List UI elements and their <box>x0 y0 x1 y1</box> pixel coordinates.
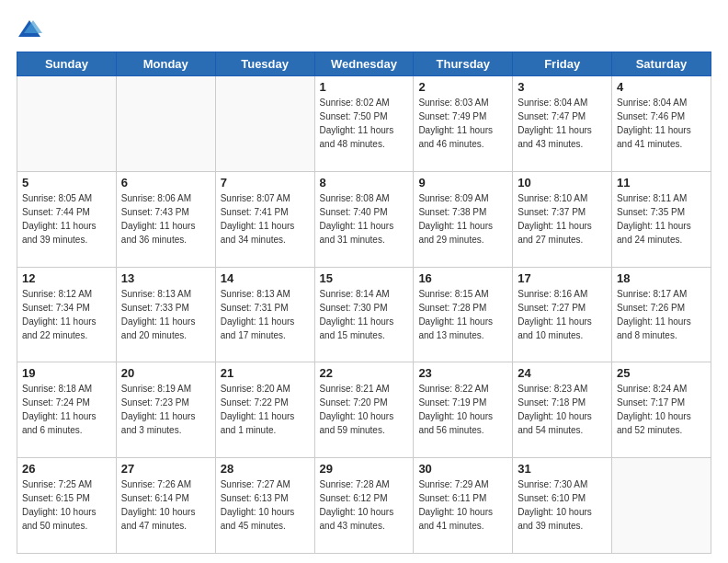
calendar-cell: 11Sunrise: 8:11 AMSunset: 7:35 PMDayligh… <box>612 171 711 267</box>
calendar-cell: 3Sunrise: 8:04 AMSunset: 7:47 PMDaylight… <box>513 76 612 172</box>
calendar-cell <box>215 76 314 172</box>
day-info: Sunrise: 8:20 AMSunset: 7:22 PMDaylight:… <box>221 382 310 437</box>
day-info: Sunrise: 8:05 AMSunset: 7:44 PMDaylight:… <box>22 191 111 247</box>
calendar-week-row: 19Sunrise: 8:18 AMSunset: 7:24 PMDayligh… <box>17 362 711 458</box>
day-number: 19 <box>22 366 111 380</box>
day-number: 24 <box>518 366 607 380</box>
day-info: Sunrise: 8:08 AMSunset: 7:40 PMDaylight:… <box>320 191 409 247</box>
calendar-cell: 31Sunrise: 7:30 AMSunset: 6:10 PMDayligh… <box>513 458 612 554</box>
calendar-cell: 7Sunrise: 8:07 AMSunset: 7:41 PMDaylight… <box>215 171 314 267</box>
calendar-week-row: 12Sunrise: 8:12 AMSunset: 7:34 PMDayligh… <box>17 267 711 362</box>
calendar-cell: 16Sunrise: 8:15 AMSunset: 7:28 PMDayligh… <box>414 267 513 362</box>
calendar-cell: 4Sunrise: 8:04 AMSunset: 7:46 PMDaylight… <box>612 76 711 172</box>
day-info: Sunrise: 8:18 AMSunset: 7:24 PMDaylight:… <box>22 382 111 437</box>
day-info: Sunrise: 8:13 AMSunset: 7:33 PMDaylight:… <box>121 287 210 342</box>
day-info: Sunrise: 8:13 AMSunset: 7:31 PMDaylight:… <box>221 287 310 342</box>
day-number: 6 <box>121 176 210 190</box>
day-number: 23 <box>418 366 507 380</box>
day-number: 18 <box>617 271 706 285</box>
calendar-day-header: Thursday <box>414 52 513 76</box>
calendar-day-header: Friday <box>513 52 612 76</box>
day-number: 16 <box>418 271 507 285</box>
day-number: 13 <box>121 271 210 285</box>
calendar-cell: 12Sunrise: 8:12 AMSunset: 7:34 PMDayligh… <box>17 267 117 362</box>
calendar-cell: 9Sunrise: 8:09 AMSunset: 7:38 PMDaylight… <box>414 171 513 267</box>
day-info: Sunrise: 7:29 AMSunset: 6:11 PMDaylight:… <box>418 477 507 533</box>
calendar-table: SundayMondayTuesdayWednesdayThursdayFrid… <box>17 52 711 554</box>
day-info: Sunrise: 8:24 AMSunset: 7:17 PMDaylight:… <box>617 382 706 437</box>
day-info: Sunrise: 8:03 AMSunset: 7:49 PMDaylight:… <box>418 96 507 151</box>
calendar-cell: 30Sunrise: 7:29 AMSunset: 6:11 PMDayligh… <box>414 458 513 554</box>
day-number: 2 <box>418 80 507 94</box>
day-number: 1 <box>320 80 409 94</box>
day-number: 14 <box>221 271 310 285</box>
calendar-day-header: Saturday <box>612 52 711 76</box>
day-number: 31 <box>518 462 607 476</box>
calendar-week-row: 26Sunrise: 7:25 AMSunset: 6:15 PMDayligh… <box>17 458 711 554</box>
day-info: Sunrise: 8:12 AMSunset: 7:34 PMDaylight:… <box>22 287 111 342</box>
day-info: Sunrise: 8:07 AMSunset: 7:41 PMDaylight:… <box>221 191 310 247</box>
logo-icon <box>17 17 42 42</box>
calendar-page: SundayMondayTuesdayWednesdayThursdayFrid… <box>0 0 728 563</box>
calendar-cell: 20Sunrise: 8:19 AMSunset: 7:23 PMDayligh… <box>116 362 215 458</box>
day-info: Sunrise: 8:15 AMSunset: 7:28 PMDaylight:… <box>418 287 507 342</box>
calendar-cell: 22Sunrise: 8:21 AMSunset: 7:20 PMDayligh… <box>314 362 414 458</box>
day-number: 29 <box>320 462 409 476</box>
day-info: Sunrise: 8:22 AMSunset: 7:19 PMDaylight:… <box>418 382 507 437</box>
day-info: Sunrise: 7:30 AMSunset: 6:10 PMDaylight:… <box>518 477 607 533</box>
day-info: Sunrise: 8:02 AMSunset: 7:50 PMDaylight:… <box>320 96 409 151</box>
header <box>17 17 711 42</box>
day-number: 21 <box>221 366 310 380</box>
logo <box>17 17 46 42</box>
calendar-cell: 5Sunrise: 8:05 AMSunset: 7:44 PMDaylight… <box>17 171 117 267</box>
day-number: 25 <box>617 366 706 380</box>
calendar-cell: 14Sunrise: 8:13 AMSunset: 7:31 PMDayligh… <box>215 267 314 362</box>
day-info: Sunrise: 7:28 AMSunset: 6:12 PMDaylight:… <box>320 477 409 533</box>
day-info: Sunrise: 8:19 AMSunset: 7:23 PMDaylight:… <box>121 382 210 437</box>
calendar-cell: 18Sunrise: 8:17 AMSunset: 7:26 PMDayligh… <box>612 267 711 362</box>
day-info: Sunrise: 8:17 AMSunset: 7:26 PMDaylight:… <box>617 287 706 342</box>
calendar-cell: 2Sunrise: 8:03 AMSunset: 7:49 PMDaylight… <box>414 76 513 172</box>
calendar-day-header: Monday <box>116 52 215 76</box>
calendar-cell: 10Sunrise: 8:10 AMSunset: 7:37 PMDayligh… <box>513 171 612 267</box>
calendar-day-header: Tuesday <box>215 52 314 76</box>
day-info: Sunrise: 8:23 AMSunset: 7:18 PMDaylight:… <box>518 382 607 437</box>
day-info: Sunrise: 8:10 AMSunset: 7:37 PMDaylight:… <box>518 191 607 247</box>
day-number: 4 <box>617 80 706 94</box>
day-number: 8 <box>320 176 409 190</box>
day-number: 17 <box>518 271 607 285</box>
day-number: 30 <box>418 462 507 476</box>
day-number: 22 <box>320 366 409 380</box>
day-number: 26 <box>22 462 111 476</box>
calendar-cell: 17Sunrise: 8:16 AMSunset: 7:27 PMDayligh… <box>513 267 612 362</box>
calendar-cell: 1Sunrise: 8:02 AMSunset: 7:50 PMDaylight… <box>314 76 414 172</box>
day-number: 9 <box>418 176 507 190</box>
day-number: 5 <box>22 176 111 190</box>
day-number: 15 <box>320 271 409 285</box>
calendar-cell: 21Sunrise: 8:20 AMSunset: 7:22 PMDayligh… <box>215 362 314 458</box>
calendar-cell: 6Sunrise: 8:06 AMSunset: 7:43 PMDaylight… <box>116 171 215 267</box>
calendar-cell: 13Sunrise: 8:13 AMSunset: 7:33 PMDayligh… <box>116 267 215 362</box>
day-number: 20 <box>121 366 210 380</box>
day-number: 11 <box>617 176 706 190</box>
calendar-week-row: 1Sunrise: 8:02 AMSunset: 7:50 PMDaylight… <box>17 76 711 172</box>
day-info: Sunrise: 7:26 AMSunset: 6:14 PMDaylight:… <box>121 477 210 533</box>
day-info: Sunrise: 8:04 AMSunset: 7:47 PMDaylight:… <box>518 96 607 151</box>
day-info: Sunrise: 7:27 AMSunset: 6:13 PMDaylight:… <box>221 477 310 533</box>
calendar-cell <box>612 458 711 554</box>
calendar-cell <box>17 76 117 172</box>
calendar-cell <box>116 76 215 172</box>
day-info: Sunrise: 7:25 AMSunset: 6:15 PMDaylight:… <box>22 477 111 533</box>
calendar-cell: 26Sunrise: 7:25 AMSunset: 6:15 PMDayligh… <box>17 458 117 554</box>
day-number: 12 <box>22 271 111 285</box>
day-info: Sunrise: 8:09 AMSunset: 7:38 PMDaylight:… <box>418 191 507 247</box>
calendar-header-row: SundayMondayTuesdayWednesdayThursdayFrid… <box>17 52 711 76</box>
calendar-cell: 25Sunrise: 8:24 AMSunset: 7:17 PMDayligh… <box>612 362 711 458</box>
day-info: Sunrise: 8:21 AMSunset: 7:20 PMDaylight:… <box>320 382 409 437</box>
calendar-cell: 27Sunrise: 7:26 AMSunset: 6:14 PMDayligh… <box>116 458 215 554</box>
calendar-cell: 8Sunrise: 8:08 AMSunset: 7:40 PMDaylight… <box>314 171 414 267</box>
calendar-cell: 19Sunrise: 8:18 AMSunset: 7:24 PMDayligh… <box>17 362 117 458</box>
calendar-cell: 15Sunrise: 8:14 AMSunset: 7:30 PMDayligh… <box>314 267 414 362</box>
calendar-cell: 28Sunrise: 7:27 AMSunset: 6:13 PMDayligh… <box>215 458 314 554</box>
day-info: Sunrise: 8:16 AMSunset: 7:27 PMDaylight:… <box>518 287 607 342</box>
